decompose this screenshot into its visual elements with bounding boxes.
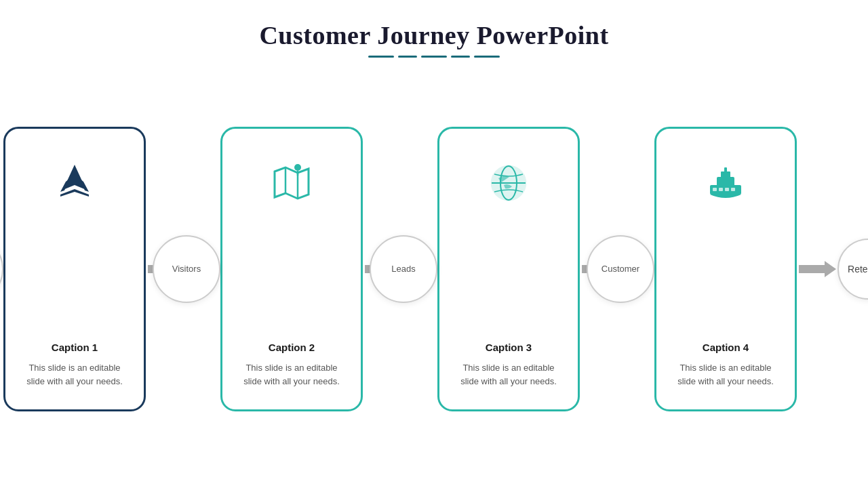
svg-rect-12 <box>724 167 727 173</box>
svg-point-3 <box>294 164 301 171</box>
stage-3-group: Leads Caption 3 T <box>403 127 580 411</box>
title-section: Customer Journey PowerPoint <box>259 20 608 58</box>
circle-leads: Leads <box>370 235 437 303</box>
svg-rect-15 <box>725 188 729 191</box>
body-1: This slide is an editable slide with all… <box>19 361 130 388</box>
globe-icon <box>481 156 536 210</box>
svg-marker-17 <box>799 261 836 277</box>
svg-rect-14 <box>719 188 723 191</box>
stage-2-group: Visitors Caption 2 This slide <box>186 127 363 411</box>
card-4: Caption 4 This slide is an editable slid… <box>654 127 797 411</box>
arrow-4 <box>797 259 837 279</box>
svg-rect-16 <box>731 188 735 191</box>
circle-visitors: Visitors <box>153 235 220 303</box>
body-2: This slide is an editable slide with all… <box>236 361 347 388</box>
caption-3: Caption 3 <box>486 342 532 353</box>
circle-customer: Customer <box>587 235 654 303</box>
body-4: This slide is an editable slide with all… <box>670 361 781 388</box>
caption-4: Caption 4 <box>703 342 749 353</box>
airplane-icon <box>47 156 102 210</box>
stage-4-group: Customer <box>620 127 797 411</box>
slide-title: Customer Journey PowerPoint <box>259 20 608 50</box>
body-3: This slide is an editable slide with all… <box>453 361 564 388</box>
stage-1-group: Awareness Caption 1 This slide is an edi… <box>0 127 146 411</box>
caption-2: Caption 2 <box>269 342 315 353</box>
main-content: Awareness Caption 1 This slide is an edi… <box>41 77 827 461</box>
svg-rect-10 <box>717 177 734 186</box>
svg-rect-13 <box>713 188 717 191</box>
slide: Customer Journey PowerPoint Awareness <box>0 0 868 488</box>
caption-1: Caption 1 <box>52 342 98 353</box>
card-1: Caption 1 This slide is an editable slid… <box>3 127 146 411</box>
card-2: Caption 2 This slide is an editable slid… <box>220 127 363 411</box>
circle-retention: Retention <box>837 239 868 300</box>
title-underline <box>259 56 608 58</box>
card-3: Caption 3 This slide is an editable slid… <box>437 127 580 411</box>
ship-icon <box>698 156 753 210</box>
map-icon <box>264 156 319 210</box>
